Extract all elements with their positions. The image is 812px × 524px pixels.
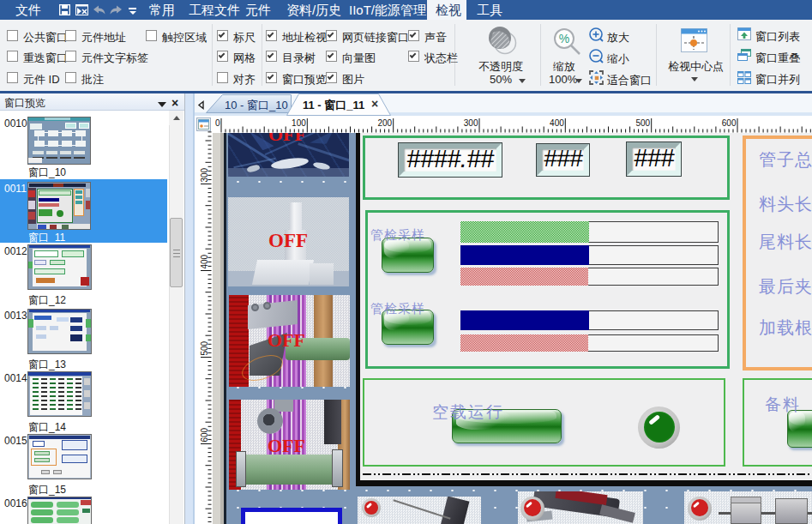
svg-text:%: % [559,32,569,45]
svg-text:200: 200 [378,118,393,128]
svg-text:300: 300 [200,167,209,182]
svg-text:600: 600 [722,118,737,128]
svg-text:400: 400 [550,118,564,128]
svg-text:0: 0 [215,118,220,128]
svg-text:300: 300 [464,118,478,128]
svg-text:400: 400 [200,254,209,268]
svg-text:500: 500 [636,118,651,128]
svg-text:100: 100 [292,118,306,128]
svg-text:500: 500 [200,340,209,355]
svg-text:600: 600 [200,427,209,442]
